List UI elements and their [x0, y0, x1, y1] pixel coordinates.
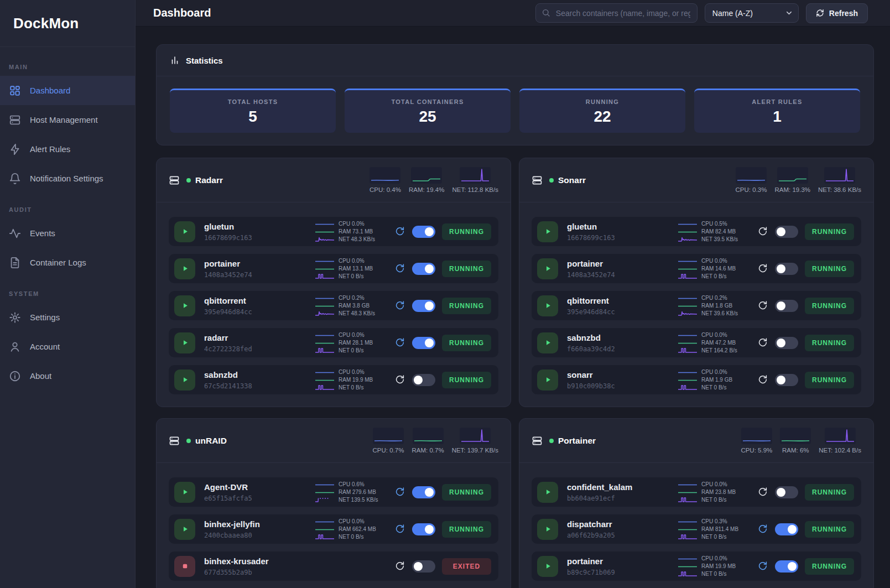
net-metric: NET 0 B/s: [315, 347, 388, 354]
autorestart-toggle[interactable]: [412, 263, 435, 275]
host-sparkline: [369, 167, 400, 184]
sidebar-item-settings[interactable]: Settings: [0, 303, 135, 332]
restart-container-icon[interactable]: [394, 561, 405, 572]
start-container-button[interactable]: [174, 221, 195, 242]
sidebar-item-events[interactable]: Events: [0, 218, 135, 248]
sparkline: [315, 332, 335, 338]
restart-container-icon[interactable]: [757, 561, 768, 572]
host-sparkline: [460, 167, 491, 184]
restart-icon: [758, 487, 768, 497]
host-metric: NET: 38.6 KB/s: [818, 167, 861, 193]
host-metric: RAM: 0.7%: [412, 428, 444, 454]
start-container-button[interactable]: [174, 519, 195, 540]
autorestart-toggle[interactable]: [775, 300, 798, 312]
start-container-button[interactable]: [174, 258, 195, 279]
stop-container-button[interactable]: [174, 556, 195, 577]
restart-container-icon[interactable]: [757, 337, 768, 348]
start-container-button[interactable]: [537, 221, 558, 242]
ram-value: RAM 13.1 MB: [339, 266, 373, 272]
sparkline: [678, 497, 698, 503]
host-title: Radarr: [169, 175, 223, 186]
sidebar-item-notification-settings[interactable]: Notification Settings: [0, 164, 135, 193]
autorestart-toggle[interactable]: [775, 263, 798, 275]
refresh-button[interactable]: Refresh: [806, 3, 868, 23]
start-container-button[interactable]: [174, 332, 195, 353]
host-metric-label: RAM: 19.4%: [409, 186, 445, 193]
host-metric: CPU: 0.4%: [369, 167, 401, 193]
container-info: sabnzbd 67c5d2141338: [202, 370, 308, 390]
sparkline: [315, 266, 335, 272]
restart-container-icon[interactable]: [757, 487, 768, 498]
start-container-button[interactable]: [174, 482, 195, 503]
net-value: NET 0 B/s: [701, 571, 726, 577]
autorestart-toggle[interactable]: [775, 560, 798, 573]
container-name: dispatcharr: [567, 519, 671, 529]
restart-container-icon[interactable]: [757, 300, 768, 311]
autorestart-toggle[interactable]: [775, 337, 798, 349]
start-container-button[interactable]: [537, 482, 558, 503]
autorestart-toggle[interactable]: [412, 337, 435, 349]
ram-metric: RAM 1.9 GB: [678, 377, 751, 383]
container-id: 4c2722328fed: [204, 345, 308, 353]
host-metric-chart: [369, 167, 400, 184]
sparkline: [678, 236, 698, 242]
net-metric: NET 0 B/s: [678, 534, 751, 540]
sidebar-item-label: Host Management: [30, 115, 98, 124]
autorestart-toggle[interactable]: [412, 374, 435, 386]
sparkline: [315, 481, 335, 487]
restart-container-icon[interactable]: [394, 300, 405, 311]
net-metric: NET 0 B/s: [315, 273, 388, 280]
autorestart-toggle[interactable]: [775, 486, 798, 498]
start-container-button[interactable]: [174, 370, 195, 391]
start-container-button[interactable]: [537, 258, 558, 279]
autorestart-toggle[interactable]: [412, 300, 435, 312]
host-metric-chart: [824, 167, 855, 184]
topbar: Dashboard Name (A-Z) Refresh: [136, 0, 890, 27]
start-container-button[interactable]: [537, 332, 558, 353]
restart-container-icon[interactable]: [757, 226, 768, 237]
sidebar-item-about[interactable]: About: [0, 361, 135, 391]
autorestart-toggle[interactable]: [412, 226, 435, 238]
start-container-button[interactable]: [537, 556, 558, 577]
start-container-button[interactable]: [537, 295, 558, 316]
autorestart-toggle[interactable]: [412, 523, 435, 535]
autorestart-toggle[interactable]: [775, 374, 798, 386]
play-icon: [544, 264, 552, 273]
restart-icon: [758, 300, 768, 310]
search-input[interactable]: [535, 3, 698, 23]
sort-select[interactable]: Name (A-Z): [705, 3, 799, 23]
cpu-value: CPU 0.0%: [701, 258, 727, 264]
status-badge: RUNNING: [442, 372, 491, 388]
sidebar-item-container-logs[interactable]: Container Logs: [0, 248, 135, 277]
restart-container-icon[interactable]: [757, 524, 768, 535]
sidebar-item-dashboard[interactable]: Dashboard: [0, 76, 135, 105]
restart-container-icon[interactable]: [757, 374, 768, 386]
restart-container-icon[interactable]: [394, 226, 405, 237]
restart-icon: [395, 524, 405, 534]
restart-container-icon[interactable]: [394, 374, 405, 386]
sidebar-item-host-management[interactable]: Host Management: [0, 105, 135, 134]
autorestart-toggle[interactable]: [775, 523, 798, 535]
ram-metric: RAM 73.1 MB: [315, 228, 388, 235]
autorestart-toggle[interactable]: [775, 226, 798, 238]
restart-container-icon[interactable]: [394, 487, 405, 498]
play-icon: [181, 525, 189, 533]
start-container-button[interactable]: [174, 295, 195, 316]
restart-container-icon[interactable]: [394, 263, 405, 274]
toggle-knob: [777, 339, 785, 347]
restart-container-icon[interactable]: [394, 524, 405, 535]
ram-metric: RAM 19.9 MB: [315, 377, 388, 383]
autorestart-toggle[interactable]: [412, 486, 435, 498]
sidebar-item-alert-rules[interactable]: Alert Rules: [0, 134, 135, 164]
autorestart-toggle[interactable]: [412, 560, 435, 573]
sparkline: [678, 518, 698, 524]
container-metrics: CPU 0.3% RAM 811.4 MB NET 0 B/s: [678, 518, 751, 540]
start-container-button[interactable]: [537, 370, 558, 391]
host-metric-label: NET: 112.8 KB/s: [452, 186, 498, 193]
container-metrics: CPU 0.0% RAM 13.1 MB NET 0 B/s: [315, 258, 388, 280]
restart-container-icon[interactable]: [394, 337, 405, 348]
start-container-button[interactable]: [537, 519, 558, 540]
sidebar-item-account[interactable]: Account: [0, 332, 135, 361]
restart-container-icon[interactable]: [757, 263, 768, 274]
ram-metric: RAM 47.2 MB: [678, 340, 751, 346]
